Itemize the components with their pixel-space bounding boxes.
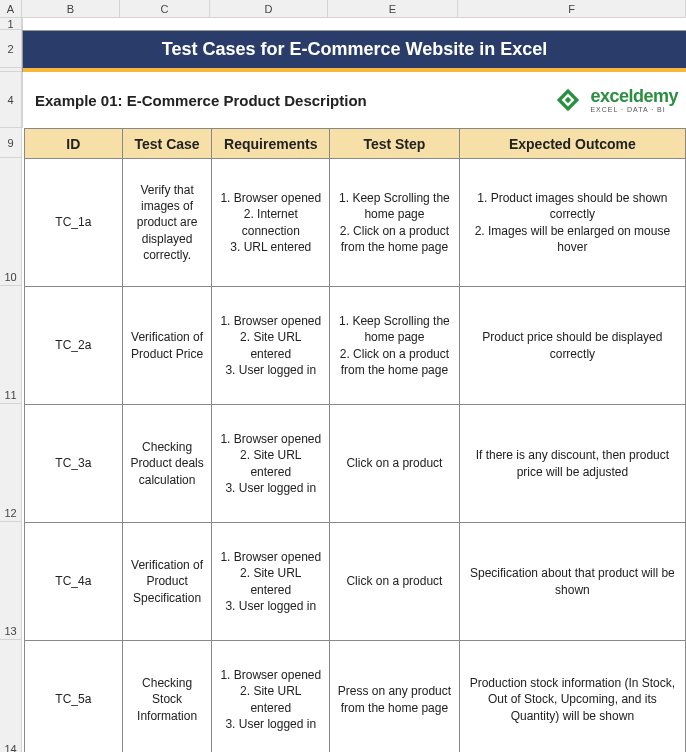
cell-id[interactable]: TC_1a: [24, 158, 122, 286]
cell-teststep[interactable]: 1. Keep Scrolling the home page2. Click …: [329, 158, 459, 286]
th-expected[interactable]: Expected Outcome: [459, 128, 686, 158]
col-header-D[interactable]: D: [210, 0, 328, 17]
subtitle-area[interactable]: Example 01: E-Commerce Product Descripti…: [22, 72, 686, 128]
row-header-9[interactable]: 9: [0, 128, 22, 158]
col-header-B[interactable]: B: [22, 0, 120, 17]
row-header-12[interactable]: 12: [0, 404, 22, 522]
cell-requirements[interactable]: 1. Browser opened2. Internet connection3…: [211, 158, 329, 286]
cell-teststep[interactable]: 1. Keep Scrolling the home page2. Click …: [329, 286, 459, 404]
logo: exceldemy EXCEL · DATA · BI: [552, 84, 678, 116]
row-header-2[interactable]: 2: [0, 30, 22, 68]
row-header-4[interactable]: 4: [0, 72, 22, 128]
col-header-A[interactable]: A: [0, 0, 22, 17]
page-title-banner[interactable]: Test Cases for E-Commerce Website in Exc…: [22, 30, 686, 68]
cell-expected[interactable]: 1. Product images should be shown correc…: [459, 158, 686, 286]
row-header-11[interactable]: 11: [0, 286, 22, 404]
cell-expected[interactable]: If there is any discount, then product p…: [459, 404, 686, 522]
cell-teststep[interactable]: Click on a product: [329, 404, 459, 522]
th-requirements[interactable]: Requirements: [211, 128, 329, 158]
cell-expected[interactable]: Specification about that product will be…: [459, 522, 686, 640]
th-testcase[interactable]: Test Case: [122, 128, 212, 158]
row-header-13[interactable]: 13: [0, 522, 22, 640]
logo-tagline: EXCEL · DATA · BI: [590, 106, 678, 113]
cell-expected[interactable]: Production stock information (In Stock, …: [459, 640, 686, 752]
logo-icon: [552, 84, 584, 116]
cell-testcase[interactable]: Checking Product deals calculation: [122, 404, 212, 522]
th-id[interactable]: ID: [24, 128, 122, 158]
cell-expected[interactable]: Product price should be displayed correc…: [459, 286, 686, 404]
row-header-14[interactable]: 14: [0, 640, 22, 752]
column-headers: A B C D E F: [0, 0, 686, 18]
col-header-E[interactable]: E: [328, 0, 458, 17]
row-header-10[interactable]: 10: [0, 158, 22, 286]
row-header-1[interactable]: 1: [0, 18, 22, 30]
cell-requirements[interactable]: 1. Browser opened2. Site URL entered3. U…: [211, 286, 329, 404]
subtitle-text: Example 01: E-Commerce Product Descripti…: [35, 92, 367, 109]
cell-teststep[interactable]: Click on a product: [329, 522, 459, 640]
cell[interactable]: [22, 18, 686, 30]
cell-requirements[interactable]: 1. Browser opened2. Site URL entered3. U…: [211, 640, 329, 752]
th-teststep[interactable]: Test Step: [329, 128, 459, 158]
cell-id[interactable]: TC_2a: [24, 286, 122, 404]
col-header-C[interactable]: C: [120, 0, 210, 17]
cell-testcase[interactable]: Verification of Product Specification: [122, 522, 212, 640]
cell-testcase[interactable]: Verification of Product Price: [122, 286, 212, 404]
logo-name: exceldemy: [590, 87, 678, 105]
cell-testcase[interactable]: Verify that images of product are displa…: [122, 158, 212, 286]
cell-requirements[interactable]: 1. Browser opened2. Site URL entered3. U…: [211, 404, 329, 522]
cell-id[interactable]: TC_4a: [24, 522, 122, 640]
cell-requirements[interactable]: 1. Browser opened2. Site URL entered3. U…: [211, 522, 329, 640]
cell-id[interactable]: TC_3a: [24, 404, 122, 522]
col-header-F[interactable]: F: [458, 0, 686, 17]
cell-id[interactable]: TC_5a: [24, 640, 122, 752]
cell-testcase[interactable]: Checking Stock Information: [122, 640, 212, 752]
cell-teststep[interactable]: Press on any product from the home page: [329, 640, 459, 752]
